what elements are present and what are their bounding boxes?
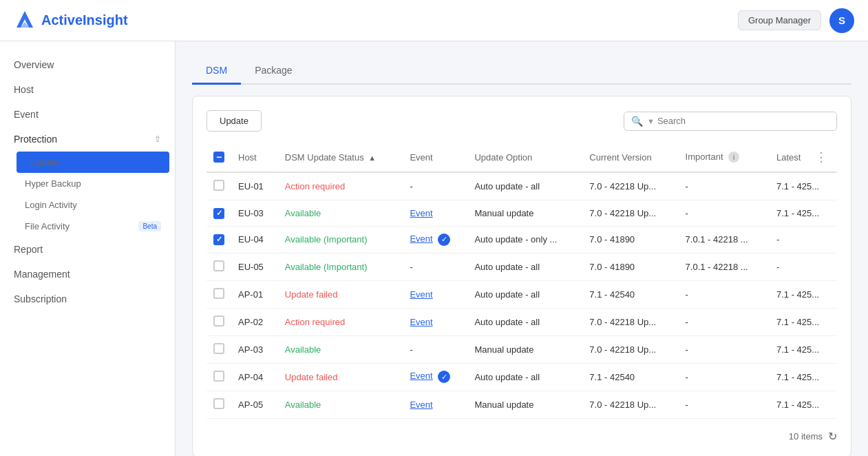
row-checkbox[interactable] [213, 398, 224, 409]
row-checkbox[interactable] [213, 180, 224, 191]
sidebar-item-hyper-backup[interactable]: Hyper Backup [11, 173, 175, 194]
td-status: Available [278, 335, 403, 363]
td-status: Available (Important) [278, 253, 403, 280]
td-checkbox: ✓ [207, 200, 231, 227]
search-icon: 🔍 [631, 116, 643, 127]
td-status: Available (Important) [278, 226, 403, 253]
td-checkbox [207, 391, 231, 418]
td-important: - [679, 172, 770, 200]
event-link[interactable]: Event [410, 234, 432, 244]
sidebar-item-report[interactable]: Report [0, 237, 175, 262]
td-checkbox [207, 335, 231, 363]
tab-dsm[interactable]: DSM [192, 58, 241, 85]
layout: Overview Host Event Protection ⇧ Update … [0, 41, 868, 456]
td-current-version: 7.0 - 41890 [582, 253, 678, 280]
td-important: 7.0.1 - 42218 ... [679, 253, 770, 280]
td-status: Update failed [278, 363, 403, 391]
table-row: AP-02 Action required Event Auto update … [207, 308, 837, 335]
table-body: EU-01 Action required - Auto update - al… [207, 172, 837, 418]
sidebar: Overview Host Event Protection ⇧ Update … [0, 41, 176, 456]
td-update-option: Auto update - only ... [467, 226, 582, 253]
row-checkbox[interactable] [213, 260, 224, 271]
group-manager-button[interactable]: Group Manager [738, 10, 821, 30]
tab-package[interactable]: Package [241, 58, 306, 85]
event-link[interactable]: Event [410, 208, 432, 218]
th-checkbox: − [207, 143, 231, 172]
event-link[interactable]: Event [410, 371, 432, 381]
th-event: Event [403, 143, 467, 172]
sidebar-item-event[interactable]: Event [0, 102, 175, 127]
verified-icon: ✓ [438, 234, 450, 246]
table-row: EU-01 Action required - Auto update - al… [207, 172, 837, 200]
td-event: Event [403, 200, 467, 227]
td-update-option: Auto update - all [467, 172, 582, 200]
table-footer: 10 items ↻ [207, 430, 837, 443]
td-important: - [679, 335, 770, 363]
sidebar-item-host[interactable]: Host [0, 77, 175, 102]
td-current-version: 7.0 - 42218 Up... [582, 308, 678, 335]
td-update-option: Auto update - all [467, 280, 582, 308]
sidebar-item-login-activity[interactable]: Login Activity [11, 194, 175, 216]
th-latest: Latest ⋮ [770, 143, 837, 172]
search-wrap: 🔍 ▼ [624, 112, 837, 131]
table-row: AP-04 Update failed Event ✓ Auto update … [207, 363, 837, 391]
th-update-option: Update Option [467, 143, 582, 172]
search-input[interactable] [657, 116, 829, 126]
td-update-option: Auto update - all [467, 253, 582, 280]
row-checkbox[interactable] [213, 288, 224, 299]
td-event: - [403, 172, 467, 200]
td-update-option: Manual update [467, 200, 582, 227]
row-checkbox[interactable]: ✓ [213, 234, 224, 245]
event-link[interactable]: Event [410, 317, 432, 327]
td-checkbox [207, 253, 231, 280]
td-update-option: Auto update - all [467, 363, 582, 391]
important-info-icon[interactable]: i [728, 152, 739, 163]
td-update-option: Auto update - all [467, 308, 582, 335]
sidebar-item-management[interactable]: Management [0, 262, 175, 287]
sidebar-item-overview[interactable]: Overview [0, 52, 175, 77]
header-right: Group Manager S [738, 8, 854, 33]
td-current-version: 7.1 - 42540 [582, 280, 678, 308]
search-dropdown-icon[interactable]: ▼ [647, 117, 655, 125]
select-all-checkbox[interactable]: − [213, 152, 224, 163]
logo-text: ActiveInsight [41, 12, 128, 28]
table-row: EU-05 Available (Important) - Auto updat… [207, 253, 837, 280]
data-table: − Host DSM Update Status ▲ Event Update … [207, 143, 837, 419]
avatar[interactable]: S [829, 8, 854, 33]
td-event: Event [403, 391, 467, 418]
sidebar-item-update[interactable]: Update [17, 152, 169, 173]
td-host: AP-04 [231, 363, 278, 391]
row-checkbox[interactable] [213, 343, 224, 354]
row-checkbox[interactable] [213, 371, 224, 382]
sidebar-item-file-activity[interactable]: File Activity Beta [11, 216, 175, 237]
items-count: 10 items [789, 431, 823, 442]
td-latest: 7.1 - 425... [770, 335, 837, 363]
column-more-icon[interactable]: ⋮ [812, 149, 830, 165]
update-button[interactable]: Update [207, 110, 262, 132]
event-none: - [410, 181, 412, 191]
td-checkbox: ✓ [207, 226, 231, 253]
event-link[interactable]: Event [410, 289, 432, 300]
td-event: Event ✓ [403, 363, 467, 391]
th-current-version: Current Version [582, 143, 678, 172]
refresh-button[interactable]: ↻ [828, 430, 837, 443]
sort-arrow-icon: ▲ [368, 154, 376, 162]
td-host: AP-02 [231, 308, 278, 335]
td-latest: 7.1 - 425... [770, 363, 837, 391]
td-host: AP-03 [231, 335, 278, 363]
th-important: Important i [679, 143, 770, 172]
sidebar-item-subscription[interactable]: Subscription [0, 287, 175, 311]
td-event: - [403, 253, 467, 280]
td-latest: 7.1 - 425... [770, 280, 837, 308]
row-checkbox[interactable]: ✓ [213, 208, 224, 219]
main-panel: Update 🔍 ▼ − [192, 96, 851, 456]
td-current-version: 7.1 - 42540 [582, 363, 678, 391]
td-latest: - [770, 226, 837, 253]
logo[interactable]: ActiveInsight [14, 10, 128, 32]
td-important: - [679, 280, 770, 308]
sidebar-item-protection[interactable]: Protection ⇧ [0, 127, 175, 152]
event-link[interactable]: Event [410, 400, 432, 410]
td-event: Event ✓ [403, 226, 467, 253]
th-status[interactable]: DSM Update Status ▲ [278, 143, 403, 172]
row-checkbox[interactable] [213, 315, 224, 327]
